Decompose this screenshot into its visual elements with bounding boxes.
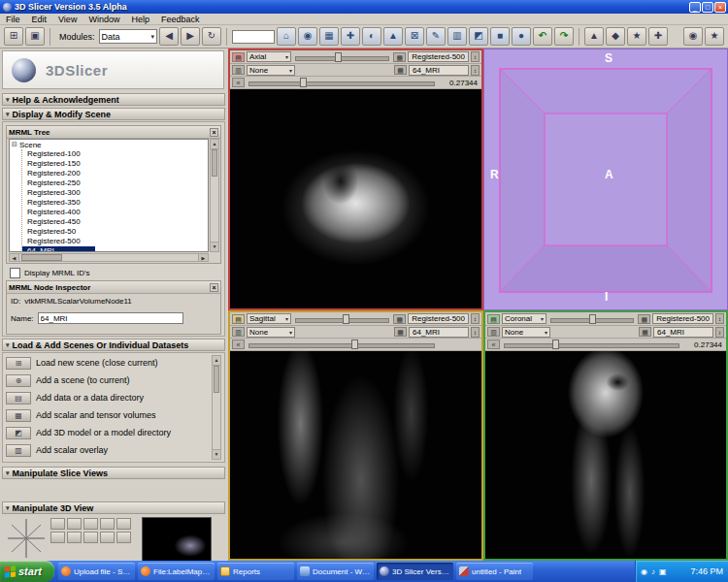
view-layout-icon[interactable]: ▲ — [584, 27, 604, 46]
fiducials-module-icon[interactable]: ▲ — [383, 27, 403, 46]
tree-item[interactable]: Registered-200 — [22, 169, 208, 178]
tree-item[interactable]: Registered-50 — [22, 227, 208, 237]
orientation-select[interactable]: Sagittal ▾ — [247, 313, 291, 324]
scroll-down-icon[interactable]: ▼ — [211, 242, 218, 251]
fiducial-list-icon[interactable]: ★ — [627, 27, 646, 46]
models-module-icon[interactable]: ✚ — [341, 27, 360, 46]
foreground-volume-select[interactable]: 64_MRI — [409, 327, 469, 338]
security-shield-icon[interactable]: ◉ — [641, 567, 647, 576]
view3d-control-button[interactable] — [67, 532, 82, 543]
taskbar-item[interactable]: Reports — [217, 563, 294, 580]
layers-icon[interactable]: ▦ — [393, 52, 406, 62]
node-name-input[interactable] — [38, 312, 183, 324]
layers-icon[interactable]: ▦ — [638, 314, 650, 324]
section-manipulate-3d-view[interactable]: ▾ Manipulate 3D View — [2, 501, 225, 514]
section-load-add[interactable]: ▾ Load & Add Scenes Or Individual Datase… — [2, 339, 225, 351]
tree-root-row[interactable]: ⊟ Scene — [10, 140, 208, 149]
segmentation-module-icon[interactable]: ■ — [490, 27, 510, 46]
measurements-module-icon[interactable]: ▥ — [447, 27, 467, 46]
slider-thumb[interactable] — [300, 78, 307, 87]
filtering-module-icon[interactable]: ● — [512, 27, 531, 46]
coronal-slice-image[interactable] — [485, 351, 726, 559]
minimize-button[interactable]: _ — [689, 2, 701, 13]
tree-item-selected[interactable]: 64_MRI — [22, 246, 95, 252]
slice-menu-icon[interactable]: ▤ — [487, 314, 500, 324]
opacity-slider[interactable] — [502, 340, 681, 349]
add-model-button[interactable]: ◩ — [6, 427, 31, 439]
slider-thumb[interactable] — [335, 52, 342, 62]
undo-icon[interactable]: ↶ — [533, 27, 552, 46]
background-volume-select[interactable]: Registered-500 — [408, 51, 469, 62]
tree-item[interactable]: Registered-250 — [22, 178, 208, 188]
labelmap-icon[interactable]: ▥ — [487, 327, 500, 337]
tree-item[interactable]: Registered-350 — [22, 198, 208, 208]
slider-thumb[interactable] — [589, 314, 596, 324]
volume-icon[interactable]: ♪ — [651, 567, 655, 576]
display-mrml-ids-checkbox[interactable] — [10, 268, 20, 278]
section-display-modify-scene[interactable]: ▾ Display & Modify Scene — [2, 108, 225, 120]
transforms-module-icon[interactable]: ◐ — [362, 27, 381, 46]
save-scene-icon[interactable]: ▣ — [25, 27, 45, 46]
tree-item[interactable]: Registered-500 — [22, 237, 208, 246]
taskbar-item[interactable]: untitled - Paint — [456, 563, 533, 580]
scroll-up-icon[interactable]: ▲ — [213, 356, 220, 366]
expand-icon[interactable]: « — [232, 340, 245, 349]
scrollbar-thumb[interactable] — [214, 366, 219, 393]
taskbar-item[interactable]: Upload file - SlicerWi... — [58, 563, 135, 580]
section-manipulate-slice-views[interactable]: ▾ Manipulate Slice Views — [2, 467, 225, 479]
add-scene-button[interactable]: ⊕ — [6, 374, 31, 387]
redo-icon[interactable]: ↷ — [554, 27, 574, 46]
opacity-slider[interactable] — [247, 78, 437, 87]
load-new-scene-button[interactable]: ⊞ — [6, 357, 31, 370]
maximize-button[interactable]: □ — [702, 2, 713, 13]
spinbox-icon[interactable]: ↕ — [715, 327, 724, 338]
foreground-icon[interactable]: ▦ — [639, 327, 651, 337]
view3d-control-button[interactable] — [100, 518, 115, 530]
view3d-control-button[interactable] — [83, 518, 98, 530]
labelmap-icon[interactable]: ▥ — [232, 327, 245, 337]
module-search-input[interactable] — [232, 30, 275, 44]
colors-module-icon[interactable]: ⊠ — [405, 27, 424, 46]
tree-item[interactable]: Registered-300 — [22, 188, 208, 198]
add-volumes-button[interactable]: ▦ — [6, 409, 31, 422]
home-module-icon[interactable]: ⌂ — [277, 27, 296, 46]
load-scene-icon[interactable]: ⊞ — [4, 27, 23, 46]
menu-view[interactable]: View — [52, 15, 83, 24]
tree-horizontal-scrollbar[interactable]: ◀ ▶ — [9, 253, 209, 262]
layers-icon[interactable]: ▦ — [393, 314, 406, 324]
load-section-scrollbar[interactable]: ▲ ▼ — [212, 355, 221, 460]
menu-window[interactable]: Window — [83, 15, 125, 24]
scroll-up-icon[interactable]: ▲ — [211, 140, 218, 149]
modules-select[interactable]: Data ▾ — [99, 29, 157, 44]
view3d-control-button[interactable] — [83, 532, 98, 543]
menu-edit[interactable]: Edit — [26, 15, 53, 24]
view3d-control-button[interactable] — [50, 518, 65, 530]
tree-item[interactable]: Registered-450 — [22, 217, 208, 227]
tree-item[interactable]: Registered-400 — [22, 208, 208, 217]
spinbox-icon[interactable]: ↕ — [471, 327, 480, 338]
add-data-button[interactable]: ▤ — [6, 392, 31, 404]
view3d-control-button[interactable] — [50, 532, 65, 543]
start-button[interactable]: start — [0, 561, 54, 582]
view3d-control-button[interactable] — [116, 532, 131, 543]
scroll-down-icon[interactable]: ▼ — [213, 449, 220, 459]
data-module-icon[interactable]: ◉ — [298, 27, 317, 46]
mouse-mode-icon[interactable]: ◉ — [683, 27, 703, 46]
background-volume-select[interactable]: Registered-500 — [652, 313, 713, 324]
close-icon[interactable]: × — [210, 128, 218, 137]
view3d-control-button[interactable] — [67, 518, 82, 530]
network-icon[interactable]: ▣ — [659, 567, 667, 576]
menu-feedback[interactable]: Feedback — [155, 15, 206, 24]
taskbar-item-active[interactable]: 3D Slicer Version 3.5 ... — [377, 563, 453, 580]
scrollbar-thumb[interactable] — [212, 149, 217, 177]
axial-slice-image[interactable] — [230, 89, 481, 308]
tree-item[interactable]: Registered-100 — [22, 149, 208, 159]
add-overlay-button[interactable]: ▥ — [6, 444, 31, 457]
pick-mode-icon[interactable]: ★ — [705, 27, 724, 46]
foreground-icon[interactable]: ▦ — [394, 65, 407, 75]
module-prev-icon[interactable]: ◀ — [159, 27, 179, 46]
label-select[interactable]: None ▾ — [247, 327, 295, 338]
section-help-acknowledgement[interactable]: ▾ Help & Acknowledgement — [2, 93, 225, 106]
expand-icon[interactable]: « — [487, 340, 500, 349]
view3d-control-button[interactable] — [100, 532, 115, 543]
